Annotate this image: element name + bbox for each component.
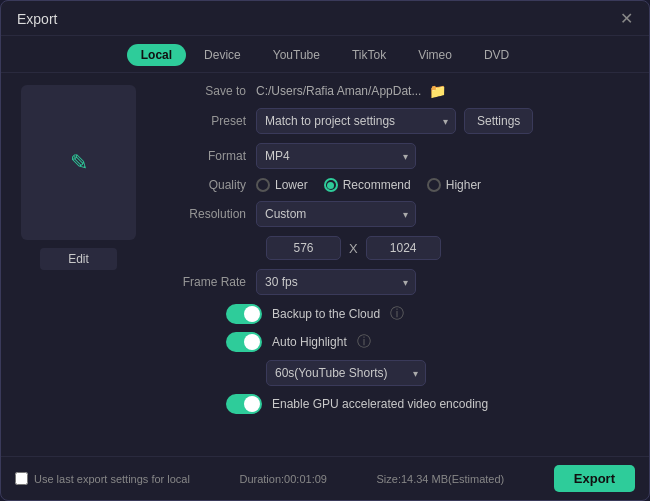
tab-bar: Local Device YouTube TikTok Vimeo DVD xyxy=(1,36,649,73)
tab-dvd[interactable]: DVD xyxy=(470,44,523,66)
resolution-label: Resolution xyxy=(166,207,256,221)
radio-inner-dot xyxy=(327,182,334,189)
quality-lower-radio[interactable] xyxy=(256,178,270,192)
quality-options: Lower Recommend Higher xyxy=(256,178,629,192)
auto-highlight-info-icon[interactable]: ⓘ xyxy=(357,333,371,351)
preset-content: Match to project settings Settings xyxy=(256,108,629,134)
dimension-x-separator: X xyxy=(349,241,358,256)
quality-lower-label: Lower xyxy=(275,178,308,192)
resolution-content: Custom xyxy=(256,201,629,227)
quality-recommend-radio[interactable] xyxy=(324,178,338,192)
footer: Use last export settings for local Durat… xyxy=(1,456,649,500)
gpu-toggle-knob xyxy=(244,396,260,412)
preset-select-wrapper: Match to project settings xyxy=(256,108,456,134)
auto-highlight-toggle[interactable] xyxy=(226,332,262,352)
title-bar: Export ✕ xyxy=(1,1,649,36)
youtube-shorts-row: 60s(YouTube Shorts) xyxy=(166,360,629,386)
format-label: Format xyxy=(166,149,256,163)
settings-panel: Save to C:/Users/Rafia Aman/AppDat... 📁 … xyxy=(156,73,649,456)
backup-toggle[interactable] xyxy=(226,304,262,324)
quality-higher-radio[interactable] xyxy=(427,178,441,192)
preset-row: Preset Match to project settings Setting… xyxy=(166,108,629,134)
resolution-row: Resolution Custom xyxy=(166,201,629,227)
tab-local[interactable]: Local xyxy=(127,44,186,66)
quality-higher-option[interactable]: Higher xyxy=(427,178,481,192)
use-last-settings-label: Use last export settings for local xyxy=(34,473,190,485)
edit-button[interactable]: Edit xyxy=(40,248,117,270)
footer-size: Size:14.34 MB(Estimated) xyxy=(376,473,504,485)
quality-row: Quality Lower Recommend Higher xyxy=(166,178,629,192)
frame-rate-content: 30 fps xyxy=(256,269,629,295)
backup-label: Backup to the Cloud xyxy=(272,307,380,321)
backup-info-icon[interactable]: ⓘ xyxy=(390,305,404,323)
settings-button[interactable]: Settings xyxy=(464,108,533,134)
quality-higher-label: Higher xyxy=(446,178,481,192)
quality-recommend-label: Recommend xyxy=(343,178,411,192)
width-input[interactable] xyxy=(266,236,341,260)
format-select[interactable]: MP4 xyxy=(256,143,416,169)
preset-label: Preset xyxy=(166,114,256,128)
backup-toggle-knob xyxy=(244,306,260,322)
save-to-row: Save to C:/Users/Rafia Aman/AppDat... 📁 xyxy=(166,83,629,99)
frame-rate-select[interactable]: 30 fps xyxy=(256,269,416,295)
quality-recommend-option[interactable]: Recommend xyxy=(324,178,411,192)
format-select-wrapper: MP4 xyxy=(256,143,416,169)
preset-select[interactable]: Match to project settings xyxy=(256,108,456,134)
folder-icon[interactable]: 📁 xyxy=(429,83,446,99)
frame-rate-select-wrapper: 30 fps xyxy=(256,269,416,295)
save-path-text: C:/Users/Rafia Aman/AppDat... xyxy=(256,84,421,98)
gpu-toggle[interactable] xyxy=(226,394,262,414)
pencil-icon: ✎ xyxy=(70,150,88,176)
preview-panel: ✎ Edit xyxy=(1,73,156,456)
main-content: ✎ Edit Save to C:/Users/Rafia Aman/AppDa… xyxy=(1,73,649,456)
quality-label: Quality xyxy=(166,178,256,192)
tab-tiktok[interactable]: TikTok xyxy=(338,44,400,66)
backup-row: Backup to the Cloud ⓘ xyxy=(166,304,629,324)
youtube-shorts-select[interactable]: 60s(YouTube Shorts) xyxy=(266,360,426,386)
gpu-label: Enable GPU accelerated video encoding xyxy=(272,397,488,411)
auto-highlight-toggle-knob xyxy=(244,334,260,350)
tab-vimeo[interactable]: Vimeo xyxy=(404,44,466,66)
export-button[interactable]: Export xyxy=(554,465,635,492)
auto-highlight-label: Auto Highlight xyxy=(272,335,347,349)
auto-highlight-row: Auto Highlight ⓘ xyxy=(166,332,629,352)
save-to-content: C:/Users/Rafia Aman/AppDat... 📁 xyxy=(256,83,629,99)
use-last-settings-checkbox[interactable] xyxy=(15,472,28,485)
quality-lower-option[interactable]: Lower xyxy=(256,178,308,192)
tab-device[interactable]: Device xyxy=(190,44,255,66)
resolution-select[interactable]: Custom xyxy=(256,201,416,227)
footer-left: Use last export settings for local xyxy=(15,472,190,485)
height-input[interactable] xyxy=(366,236,441,260)
format-content: MP4 xyxy=(256,143,629,169)
tab-youtube[interactable]: YouTube xyxy=(259,44,334,66)
close-button[interactable]: ✕ xyxy=(620,11,633,27)
dimension-inputs: X xyxy=(266,236,629,260)
gpu-row: Enable GPU accelerated video encoding xyxy=(166,394,629,414)
format-row: Format MP4 xyxy=(166,143,629,169)
preview-thumbnail: ✎ xyxy=(21,85,136,240)
window-title: Export xyxy=(17,11,57,27)
frame-rate-row: Frame Rate 30 fps xyxy=(166,269,629,295)
resolution-select-wrapper: Custom xyxy=(256,201,416,227)
youtube-shorts-select-wrapper: 60s(YouTube Shorts) xyxy=(266,360,426,386)
save-to-label: Save to xyxy=(166,84,256,98)
frame-rate-label: Frame Rate xyxy=(166,275,256,289)
footer-duration: Duration:00:01:09 xyxy=(239,473,326,485)
export-window: Export ✕ Local Device YouTube TikTok Vim… xyxy=(0,0,650,501)
